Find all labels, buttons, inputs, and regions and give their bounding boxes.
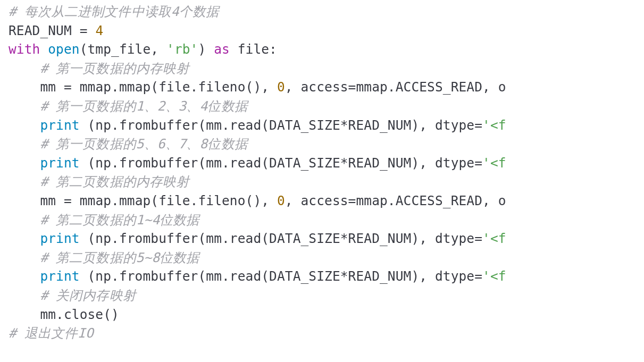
- code-token: (tmp_file,: [80, 41, 166, 57]
- code-token: print: [40, 155, 79, 171]
- code-indent: [9, 307, 40, 322]
- code-indent: [9, 250, 40, 265]
- code-token: 0: [277, 193, 285, 208]
- code-token: READ_NUM), dtype: [348, 231, 475, 246]
- code-token: mmap.ACCESS_READ, o: [356, 79, 506, 95]
- code-token: print: [40, 231, 79, 246]
- code-token: # 关闭内存映射: [40, 288, 136, 303]
- code-token: READ_NUM: [9, 23, 80, 38]
- code-token: # 第二页数据的内存映射: [40, 174, 189, 189]
- code-token: file:: [230, 41, 277, 57]
- code-token: # 第二页数据的5~8位数据: [40, 250, 199, 265]
- code-token: mmap.mmap(file.fileno(),: [72, 193, 277, 208]
- code-token: 4: [95, 23, 103, 38]
- code-token: mm.close(): [40, 307, 119, 322]
- code-token: (np.frombuffer(mm.read(DATA_SIZE: [80, 155, 340, 171]
- code-token: , access: [285, 79, 348, 95]
- code-line: print (np.frombuffer(mm.read(DATA_SIZE*R…: [9, 268, 506, 284]
- code-token: *: [340, 268, 348, 284]
- code-token: 0: [277, 79, 285, 95]
- code-line: # 第二页数据的5~8位数据: [9, 250, 200, 265]
- code-indent: [9, 98, 40, 114]
- code-token: READ_NUM), dtype: [348, 155, 475, 171]
- code-line: # 每次从二进制文件中读取4个数据: [9, 4, 219, 19]
- code-token: *: [340, 231, 348, 246]
- code-token: , access: [285, 193, 348, 208]
- code-token: with: [9, 41, 40, 57]
- code-line: # 关闭内存映射: [9, 288, 136, 303]
- code-token: mmap.mmap(file.fileno(),: [72, 79, 277, 95]
- code-token: READ_NUM), dtype: [348, 268, 475, 284]
- code-token: # 第一页数据的1、2、3、4位数据: [40, 98, 247, 114]
- code-token: '<f: [482, 231, 506, 246]
- code-token: [40, 41, 48, 57]
- code-token: # 第一页数据的5、6、7、8位数据: [40, 136, 247, 151]
- code-line: # 第二页数据的1~4位数据: [9, 212, 200, 228]
- code-line: with open(tmp_file, 'rb') as file:: [9, 41, 277, 57]
- code-token: as: [214, 41, 230, 57]
- code-token: print: [40, 268, 79, 284]
- code-token: '<f: [482, 268, 506, 284]
- code-token: mmap.ACCESS_READ, o: [356, 193, 506, 208]
- code-indent: [9, 268, 40, 284]
- code-token: =: [474, 117, 482, 133]
- code-token: =: [474, 231, 482, 246]
- code-token: # 每次从二进制文件中读取4个数据: [9, 4, 219, 19]
- code-token: (np.frombuffer(mm.read(DATA_SIZE: [80, 231, 340, 246]
- code-line: mm = mmap.mmap(file.fileno(), 0, access=…: [9, 79, 506, 95]
- code-line: mm.close(): [9, 307, 119, 322]
- code-token: =: [474, 155, 482, 171]
- code-line: # 第一页数据的内存映射: [9, 61, 189, 76]
- code-line: # 第二页数据的内存映射: [9, 174, 189, 189]
- code-line: print (np.frombuffer(mm.read(DATA_SIZE*R…: [9, 155, 506, 171]
- code-token: READ_NUM), dtype: [348, 117, 475, 133]
- code-token: =: [348, 79, 356, 95]
- code-token: open: [48, 41, 79, 57]
- code-indent: [9, 117, 40, 133]
- code-indent: [9, 193, 40, 208]
- code-line: print (np.frombuffer(mm.read(DATA_SIZE*R…: [9, 231, 506, 246]
- code-block: # 每次从二进制文件中读取4个数据 READ_NUM = 4 with open…: [0, 0, 644, 343]
- code-token: =: [64, 193, 72, 208]
- code-token: # 退出文件IO: [9, 325, 94, 341]
- code-token: ): [198, 41, 214, 57]
- code-token: # 第一页数据的内存映射: [40, 61, 189, 76]
- code-token: (np.frombuffer(mm.read(DATA_SIZE: [80, 268, 340, 284]
- code-token: 'rb': [166, 41, 198, 57]
- code-indent: [9, 288, 40, 303]
- code-token: =: [80, 23, 88, 38]
- code-indent: [9, 155, 40, 171]
- code-indent: [9, 61, 40, 76]
- code-token: *: [340, 117, 348, 133]
- code-indent: [9, 231, 40, 246]
- code-token: print: [40, 117, 79, 133]
- code-line: print (np.frombuffer(mm.read(DATA_SIZE*R…: [9, 117, 506, 133]
- code-indent: [9, 136, 40, 151]
- code-token: *: [340, 155, 348, 171]
- code-token: =: [64, 79, 72, 95]
- code-token: =: [474, 268, 482, 284]
- code-indent: [9, 174, 40, 189]
- code-line: mm = mmap.mmap(file.fileno(), 0, access=…: [9, 193, 506, 208]
- code-line: # 第一页数据的5、6、7、8位数据: [9, 136, 248, 151]
- code-token: mm: [40, 79, 64, 95]
- code-token: # 第二页数据的1~4位数据: [40, 212, 199, 228]
- code-line: READ_NUM = 4: [9, 23, 103, 38]
- code-token: =: [348, 193, 356, 208]
- code-token: [88, 23, 96, 38]
- code-token: (np.frombuffer(mm.read(DATA_SIZE: [80, 117, 340, 133]
- code-indent: [9, 212, 40, 228]
- code-token: '<f: [482, 155, 506, 171]
- code-token: '<f: [482, 117, 506, 133]
- code-token: mm: [40, 193, 64, 208]
- code-line: # 退出文件IO: [9, 325, 94, 341]
- code-indent: [9, 79, 40, 95]
- code-line: # 第一页数据的1、2、3、4位数据: [9, 98, 248, 114]
